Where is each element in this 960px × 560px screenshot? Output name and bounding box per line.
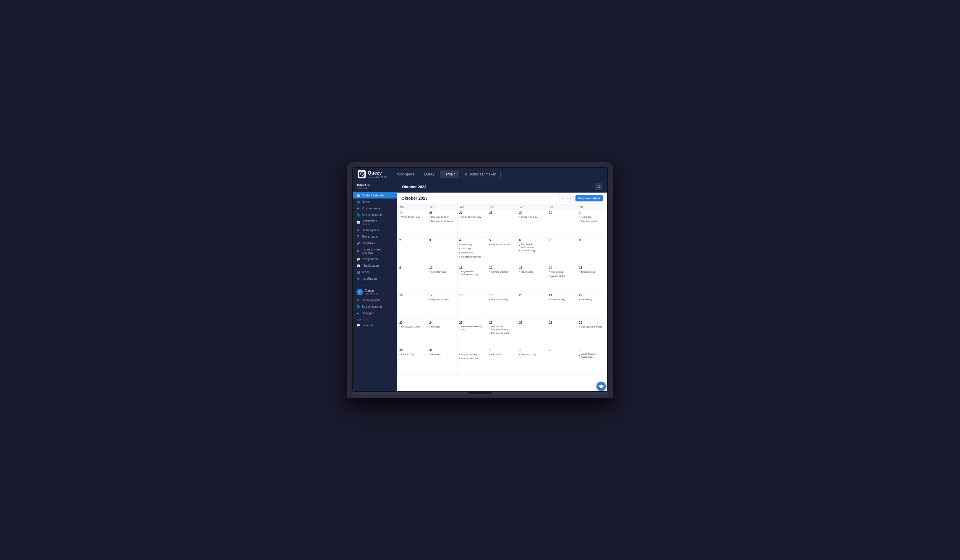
calendar-event[interactable]: CAPSLOCK DAG [399, 325, 425, 329]
nav-tab-ternair[interactable]: Ternair [440, 171, 459, 178]
calendar-event[interactable]: Tukvogel dag [579, 270, 605, 274]
calendar-event[interactable]: Reuma dag [519, 270, 545, 274]
calendar-event[interactable]: Kinderboekenweek [459, 255, 485, 259]
calendar-event[interactable]: Psychische gezondheid dag [459, 270, 485, 276]
calendar-event[interactable]: Dag van de wetenschap [519, 243, 545, 248]
calendar-day-cell[interactable]: 29Dag van de animatie [577, 320, 607, 347]
sidebar-item-uitloggen[interactable]: ↩ Uitloggen [353, 310, 397, 316]
sidebar-item-livechat[interactable]: 💬 Livechat [353, 322, 397, 329]
calendar-day-cell[interactable]: 2Allerzielen [487, 347, 517, 375]
calendar-event[interactable]: Nacho dag [579, 298, 605, 301]
calendar-day-cell[interactable]: 21Statistiek dag [547, 292, 577, 320]
prev-month-button[interactable]: ‹ [560, 195, 566, 201]
calendar-day-cell[interactable]: 15Tukvogel dag [577, 265, 607, 292]
calendar-event[interactable]: Wereld ei dag [549, 274, 575, 278]
sidebar-item-drafts[interactable]: ◫ Drafts [353, 198, 397, 205]
calendar-event[interactable]: Dag van de talen [429, 215, 455, 219]
sidebar-item-instellingen[interactable]: ⚙ Instellingen [353, 275, 397, 282]
calendar-day-cell[interactable]: 13Reuma dag [517, 265, 547, 292]
calendar-event[interactable]: Start Movember [459, 357, 485, 361]
calendar-event[interactable]: Dag voor jezelf [579, 219, 605, 223]
calendar-event[interactable]: Koffie dag [579, 215, 605, 219]
calendar-day-cell[interactable]: 28 [547, 320, 577, 347]
calendar-event[interactable]: Dag van de baas [429, 298, 455, 301]
calendar-day-cell[interactable]: 5Dag van de leraar [487, 238, 517, 265]
calendar-day-cell[interactable]: 29Dress Red Day [517, 210, 547, 238]
calendar-event[interactable]: Dierendag [459, 243, 485, 246]
calendar-day-cell[interactable]: 18 [457, 292, 487, 320]
calendar-day-cell[interactable]: 24Mol dag [427, 320, 457, 347]
calendar-event[interactable]: World Tourism Day [459, 215, 485, 219]
calendar-event[interactable]: Dress Red Day [519, 215, 545, 219]
next-month-button[interactable]: › [567, 195, 574, 201]
calendar-day-cell[interactable]: 11Psychische gezondheid dag [457, 265, 487, 292]
calendar-day-cell[interactable]: 19Geen baard dag [487, 292, 517, 320]
calendar-day-cell[interactable]: 12Coming Out Day [487, 265, 517, 292]
calendar-event[interactable]: Coming Out Day [489, 270, 515, 274]
calendar-day-cell[interactable]: 1Veganisme dagStart Movember [457, 347, 487, 375]
calendar-day-cell[interactable]: 9 [398, 265, 427, 292]
calendar-event[interactable]: Dag van de animatie [579, 325, 605, 329]
calendar-day-cell[interactable]: 14Roll-up dagWereld ei dag [547, 265, 577, 292]
calendar-event[interactable]: Internet dag [399, 353, 425, 356]
sidebar-item-categorieen[interactable]: 📁 Categorieën [353, 256, 397, 262]
calendar-day-cell[interactable]: 1Koffie dagDag voor jezelf [577, 210, 607, 238]
calendar-day-cell[interactable]: 16 [398, 292, 427, 320]
sidebar-item-text-presets[interactable]: T Text presets [353, 233, 397, 240]
calendar-day-cell[interactable]: 8 [577, 238, 607, 265]
nav-tab-workspace[interactable]: Workspace [393, 171, 419, 178]
sidebar-item-hashtag-sets[interactable]: # Hashtag sets [353, 227, 397, 233]
calendar-event[interactable]: Kroketten dag [429, 270, 455, 274]
calendar-event[interactable]: World Tsunami Awareness... [579, 353, 605, 358]
calendar-event[interactable]: Roll-up dag [549, 270, 575, 274]
calendar-day-cell[interactable]: 23CAPSLOCK DAG [398, 320, 427, 347]
sidebar-item-social-accounts[interactable]: 🌐 Social accounts [353, 212, 397, 218]
post-create-button[interactable]: Post aanmaken [576, 195, 603, 201]
calendar-event[interactable]: Dag van de leraar [489, 243, 515, 246]
calendar-event[interactable]: Statistiek dag [549, 298, 575, 301]
calendar-day-cell[interactable]: 4 [547, 347, 577, 375]
calendar-day-cell[interactable]: 3Sandwich dag [517, 347, 547, 375]
calendar-event[interactable]: Allerzielen [489, 353, 515, 356]
calendar-day-cell[interactable]: 10Kroketten dag [427, 265, 457, 292]
calendar-day-cell[interactable]: 2 [398, 238, 427, 265]
calendar-event[interactable]: Ouderen dag [519, 249, 545, 252]
calendar-day-cell[interactable]: 30 [547, 210, 577, 238]
calendar-day-cell[interactable]: 27 [517, 320, 547, 347]
calendar-day-cell[interactable]: 30Internet dag [398, 347, 427, 375]
calendar-day-cell[interactable]: 5World Tsunami Awareness... [577, 347, 607, 375]
calendar-event[interactable]: Halloween [429, 353, 455, 356]
calendar-event[interactable]: Sandwich dag [519, 353, 545, 356]
calendar-day-cell[interactable]: 28 [487, 210, 517, 238]
calendar-day-cell[interactable]: 31Halloween [427, 347, 457, 375]
sidebar-item-statistieken[interactable]: 📊 Statistieken (in beta) [353, 218, 397, 227]
calendar-day-cell[interactable]: 6Dag van de wetenschapOuderen dag [517, 238, 547, 265]
calendar-event[interactable]: Dag van de zonnevloeiseling [489, 325, 515, 331]
nav-tab-quezy[interactable]: Quezy [420, 171, 438, 178]
calendar-event[interactable]: World Dream Day [399, 215, 425, 219]
chat-floating-button[interactable]: 💬 [597, 381, 606, 391]
gear-settings-button[interactable]: ⚙ [595, 183, 602, 190]
calendar-event[interactable]: Geen baard dag [489, 298, 515, 301]
sidebar-item-shortlinks[interactable]: 🔗 Shortlinks [353, 240, 397, 246]
calendar-event[interactable]: Mol dag [429, 325, 455, 329]
calendar-event[interactable]: Dag van de thuiszorg [429, 219, 455, 223]
calendar-day-cell[interactable]: 3 [427, 238, 457, 265]
sidebar-item-social-accounts2[interactable]: 🌐 Social accounts [353, 303, 397, 310]
calendar-event[interactable]: Taco dag [459, 247, 485, 250]
calendar-day-cell[interactable]: 26Dag van de talenDag van de thuiszorg [427, 210, 457, 238]
nav-tab-create-company[interactable]: ⊕ Bedrijf aanmaken [460, 170, 501, 179]
calendar-event[interactable]: Dag van de vlaal [489, 331, 515, 335]
calendar-day-cell[interactable]: 20 [517, 292, 547, 320]
sidebar-item-team[interactable]: 👥 Team [353, 269, 397, 275]
calendar-event[interactable]: Wereld ontwikkeling dag [459, 325, 485, 331]
calendar-event[interactable]: Wodka dag [459, 251, 485, 255]
calendar-day-cell[interactable]: 7 [547, 238, 577, 265]
sidebar-item-uitnodigingen[interactable]: ✉ Uitnodigingen [353, 297, 397, 303]
calendar-day-cell[interactable]: 17Dag van de baas [427, 292, 457, 320]
calendar-day-cell[interactable]: 4DierendagTaco dagWodka dagKinderboekenw… [457, 238, 487, 265]
sidebar-item-post-aanmaken[interactable]: ⊕ Post aanmaken [353, 205, 397, 212]
calendar-day-cell[interactable]: 25World Dream Day [398, 210, 427, 238]
sidebar-item-inhaakdagen[interactable]: 📅 Inhaakdagen [353, 262, 397, 269]
calendar-day-cell[interactable]: 25Wereld ontwikkeling dag [457, 320, 487, 347]
